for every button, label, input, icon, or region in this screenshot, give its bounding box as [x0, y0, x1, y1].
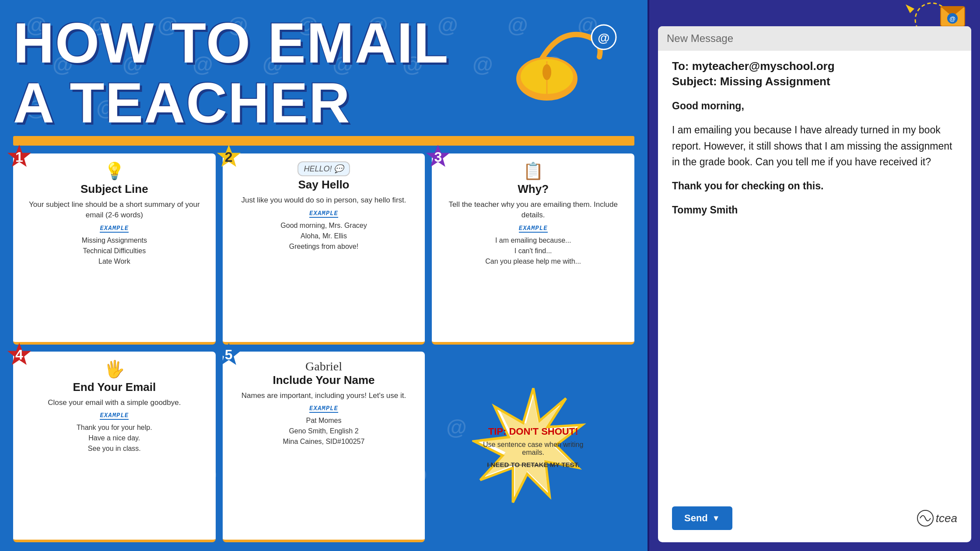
card-title-5: Include Your Name: [273, 373, 374, 387]
card-desc-4: Close your email with a simple goodbye.: [48, 398, 181, 408]
card-tip: TIP: DON'T SHOUT! Use sentence case when…: [432, 352, 634, 543]
card-number-3: 3: [424, 143, 452, 171]
card-examples-3: I am emailing because...I can't find...C…: [485, 235, 581, 267]
right-panel: @ New Message To: myteacher@myschool.org…: [648, 0, 980, 551]
email-body: Good morning, I am emailing you because …: [672, 98, 957, 502]
email-panel: New Message To: myteacher@myschool.org S…: [658, 26, 971, 542]
starburst: TIP: DON'T SHOUT! Use sentence case when…: [472, 386, 595, 509]
send-button-label: Send: [684, 513, 708, 524]
tcea-logo: tcea: [917, 509, 957, 527]
card-number-4: 4: [5, 341, 33, 369]
tcea-icon: [917, 509, 934, 527]
card-why: 3 📋 Why? Tell the teacher why you are em…: [432, 153, 634, 345]
card-desc-1: Your subject line should be a short summ…: [22, 199, 207, 220]
card-number-1: 1: [5, 143, 33, 171]
svg-point-3: [542, 64, 551, 80]
email-footer: Send ▼ tcea: [672, 506, 957, 530]
new-message-label: New Message: [667, 32, 733, 45]
card-number-5: 5: [215, 341, 243, 369]
card-say-hello: 2 HELLO! 💬 Say Hello Just like you would…: [223, 153, 425, 345]
svg-text:@: @: [598, 31, 609, 45]
card-title-3: Why?: [518, 182, 549, 196]
card-title-1: Subject Line: [80, 182, 148, 196]
title-section: HOW TO EMAIL A TEACHER @: [13, 13, 634, 133]
card-examples-5: Pat MomesGeno Smith, English 2Mina Caine…: [283, 415, 365, 447]
email-greeting: Good morning,: [672, 98, 957, 114]
email-subject: Subject: Missing Assignment: [672, 75, 957, 88]
card-icon-3: 📋: [523, 161, 543, 181]
example-label-4: EXAMPLE: [100, 412, 129, 420]
example-label-3: EXAMPLE: [519, 225, 548, 233]
example-label-2: EXAMPLE: [309, 210, 338, 218]
cards-grid: 1 💡 Subject Line Your subject line shoul…: [13, 153, 634, 542]
orange-bar: [13, 136, 634, 146]
email-to: To: myteacher@myschool.org: [672, 59, 957, 73]
card-examples-1: Missing AssignmentsTechnical Difficultie…: [82, 235, 147, 267]
card-desc-2: Just like you would do so in person, say…: [241, 195, 406, 206]
card-subject-line: 1 💡 Subject Line Your subject line shoul…: [13, 153, 216, 345]
card-icon-4: 🖐️: [104, 359, 125, 379]
card-title-4: End Your Email: [73, 380, 156, 394]
tip-strikethrough: I NEED TO RETAKE MY TEST.: [481, 461, 586, 468]
svg-text:@: @: [949, 15, 956, 22]
send-button[interactable]: Send ▼: [672, 506, 732, 530]
card-number-2: 2: [215, 143, 243, 171]
send-arrow-icon: ▼: [712, 514, 720, 523]
example-label-1: EXAMPLE: [100, 225, 129, 233]
left-content: HOW TO EMAIL A TEACHER @: [0, 0, 648, 551]
email-name: Tommy Smith: [672, 202, 957, 218]
card-icon-1: 💡: [104, 161, 125, 181]
card-title-2: Say Hello: [298, 178, 349, 192]
card-signature: Gabriel: [305, 359, 342, 373]
email-paragraph: I am emailing you because I have already…: [672, 122, 957, 170]
card-examples-2: Good morning, Mrs. GraceyAloha, Mr. Elli…: [280, 220, 367, 252]
tip-desc: Use sentence case when writing emails.: [481, 441, 586, 457]
hello-bubble: HELLO! 💬: [298, 161, 350, 176]
tip-title: TIP: DON'T SHOUT!: [481, 426, 586, 437]
card-your-name: 5 Gabriel Include Your Name Names are im…: [223, 352, 425, 543]
mouse-illustration: @: [503, 22, 617, 111]
card-desc-3: Tell the teacher why you are emailing th…: [441, 199, 626, 220]
card-examples-4: Thank you for your help.Have a nice day.…: [77, 422, 152, 454]
starburst-content: TIP: DON'T SHOUT! Use sentence case when…: [472, 417, 595, 477]
email-thanks: Thank you for checking on this.: [672, 178, 957, 194]
card-desc-5: Names are important, including yours! Le…: [242, 391, 406, 401]
email-header-bar: New Message: [658, 26, 971, 51]
tcea-text: tcea: [936, 512, 957, 525]
svg-marker-14: [906, 4, 914, 13]
card-end-email: 4 🖐️ End Your Email Close your email wit…: [13, 352, 216, 543]
example-label-5: EXAMPLE: [309, 405, 338, 413]
